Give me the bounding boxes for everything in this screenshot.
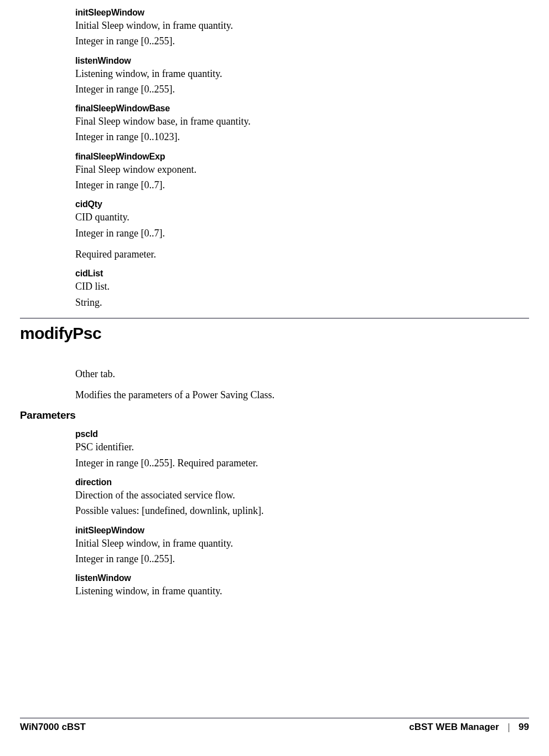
param-name: listenWindow <box>75 56 496 66</box>
top-params-block: initSleepWindow Initial Sleep window, in… <box>75 8 496 309</box>
footer-row: WiN7000 cBST cBST WEB Manager | 99 <box>20 722 529 733</box>
footer-divider <box>20 718 529 718</box>
param-desc: Initial Sleep window, in frame quantity. <box>75 19 496 32</box>
param-range: Integer in range [0..7]. <box>75 178 496 192</box>
bottom-params-block: pscId PSC identifier. Integer in range [… <box>75 429 496 598</box>
subheading-parameters: Parameters <box>20 409 529 421</box>
footer-separator: | <box>508 722 510 733</box>
section-heading: modifyPsc <box>20 324 529 343</box>
param-name: listenWindow <box>75 573 496 583</box>
param-desc: Initial Sleep window, in frame quantity. <box>75 537 496 550</box>
section-intro: Other tab. Modifies the parameters of a … <box>75 367 496 402</box>
param-desc: CID list. <box>75 280 496 293</box>
page: initSleepWindow Initial Sleep window, in… <box>0 8 549 598</box>
param-range: Integer in range [0..255]. <box>75 83 496 96</box>
param-desc: Final Sleep window exponent. <box>75 163 496 176</box>
intro-line: Other tab. <box>75 367 496 380</box>
param-name: finalSleepWindowBase <box>75 104 496 114</box>
param-desc: CID quantity. <box>75 210 496 224</box>
param-type: String. <box>75 296 496 309</box>
param-name: pscId <box>75 429 496 439</box>
param-range: Integer in range [0..7]. <box>75 227 496 240</box>
param-name: cidList <box>75 269 496 279</box>
page-number: 99 <box>519 722 529 733</box>
param-name: initSleepWindow <box>75 526 496 536</box>
param-range: Integer in range [0..255]. <box>75 34 496 48</box>
param-range: Integer in range [0..1023]. <box>75 130 496 143</box>
intro-line: Modifies the parameters of a Power Savin… <box>75 388 496 402</box>
param-desc: Listening window, in frame quantity. <box>75 584 496 598</box>
param-desc: Final Sleep window base, in frame quanti… <box>75 115 496 128</box>
footer-right: cBST WEB Manager | 99 <box>409 722 529 733</box>
page-footer: WiN7000 cBST cBST WEB Manager | 99 <box>20 718 529 733</box>
param-range: Integer in range [0..255]. <box>75 552 496 565</box>
param-values: Possible values: [undefined, downlink, u… <box>75 504 496 517</box>
footer-right-label: cBST WEB Manager <box>409 722 499 733</box>
section-divider <box>20 318 529 318</box>
param-name: finalSleepWindowExp <box>75 152 496 162</box>
footer-left: WiN7000 cBST <box>20 722 86 733</box>
param-desc: PSC identifier. <box>75 440 496 454</box>
param-name: direction <box>75 477 496 487</box>
param-note: Required parameter. <box>75 248 496 261</box>
param-desc: Direction of the associated service flow… <box>75 488 496 502</box>
param-name: initSleepWindow <box>75 8 496 18</box>
param-desc: Listening window, in frame quantity. <box>75 67 496 80</box>
param-range: Integer in range [0..255]. Required para… <box>75 456 496 470</box>
param-name: cidQty <box>75 199 496 209</box>
